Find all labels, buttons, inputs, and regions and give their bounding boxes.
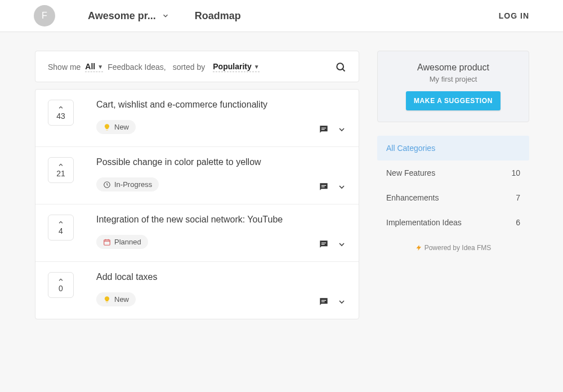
powered-by-text: Powered by Idea FMS bbox=[425, 244, 491, 252]
status-pill: New bbox=[96, 292, 136, 306]
category-count: 7 bbox=[516, 193, 520, 202]
filter-show-label: Show me bbox=[48, 63, 81, 72]
app-header: F Awesome pr... Roadmap LOG IN bbox=[0, 0, 563, 32]
idea-title[interactable]: Cart, wishlist and e-commerce functional… bbox=[96, 100, 346, 110]
idea-actions bbox=[318, 239, 346, 250]
category-label: Implementation Ideas bbox=[386, 218, 462, 227]
idea-title[interactable]: Integration of the new social network: Y… bbox=[96, 215, 346, 225]
status-icon bbox=[103, 238, 111, 246]
category-item[interactable]: Enhancements 7 bbox=[377, 185, 529, 210]
chevron-down-icon bbox=[162, 12, 169, 20]
idea-row: 21 Possible change in color palette to y… bbox=[35, 147, 359, 204]
nav-roadmap[interactable]: Roadmap bbox=[195, 10, 241, 22]
bolt-icon bbox=[415, 244, 422, 251]
powered-by[interactable]: Powered by Idea FMS bbox=[377, 244, 529, 252]
vote-button[interactable]: 43 bbox=[48, 100, 74, 126]
idea-row: 0 Add local taxes New bbox=[35, 262, 359, 319]
search-icon[interactable] bbox=[335, 61, 346, 73]
idea-actions bbox=[318, 124, 346, 135]
comment-icon[interactable] bbox=[318, 181, 329, 193]
svg-rect-5 bbox=[321, 185, 326, 186]
expand-chevron-icon[interactable] bbox=[337, 297, 346, 306]
idea-row: 4 Integration of the new social network:… bbox=[35, 204, 359, 262]
vote-count: 43 bbox=[56, 112, 65, 121]
category-label: New Features bbox=[386, 168, 435, 177]
vote-button[interactable]: 4 bbox=[48, 215, 74, 240]
idea-body: Integration of the new social network: Y… bbox=[96, 215, 346, 249]
category-item[interactable]: New Features 10 bbox=[377, 161, 529, 185]
svg-rect-3 bbox=[321, 129, 325, 130]
status-icon bbox=[103, 296, 111, 304]
svg-rect-2 bbox=[321, 128, 326, 128]
filter-middle-text: Feedback Ideas, bbox=[108, 63, 166, 72]
avatar-initial: F bbox=[42, 11, 47, 21]
filter-sort-value: Popularity bbox=[213, 62, 251, 71]
filter-sort-label: sorted by bbox=[173, 63, 205, 72]
chevron-up-icon bbox=[57, 220, 64, 225]
make-suggestion-button[interactable]: MAKE A SUGGESTION bbox=[406, 91, 501, 110]
chevron-up-icon bbox=[57, 277, 64, 283]
svg-rect-14 bbox=[321, 301, 325, 302]
vote-count: 4 bbox=[59, 226, 63, 235]
status-label: New bbox=[114, 295, 129, 304]
category-item[interactable]: All Categories bbox=[377, 136, 529, 161]
category-label: All Categories bbox=[386, 144, 435, 153]
comment-icon[interactable] bbox=[318, 124, 329, 135]
expand-chevron-icon[interactable] bbox=[337, 240, 346, 249]
filter-sort-dropdown[interactable]: Popularity ▼ bbox=[213, 62, 259, 72]
filter-type-dropdown[interactable]: All ▼ bbox=[85, 62, 103, 72]
avatar[interactable]: F bbox=[34, 5, 55, 26]
category-count: 6 bbox=[516, 218, 520, 227]
chevron-up-icon bbox=[57, 162, 64, 168]
status-pill: Planned bbox=[96, 235, 148, 249]
idea-row: 43 Cart, wishlist and e-commerce functio… bbox=[35, 90, 359, 147]
idea-actions bbox=[318, 181, 346, 193]
category-list: All Categories New Features 10 Enhanceme… bbox=[377, 136, 529, 235]
status-pill: New bbox=[96, 120, 136, 134]
idea-body: Add local taxes New bbox=[96, 272, 346, 306]
comment-icon[interactable] bbox=[318, 296, 329, 308]
vote-count: 0 bbox=[59, 284, 63, 293]
project-switcher[interactable]: Awesome pr... bbox=[88, 10, 169, 22]
caret-down-icon: ▼ bbox=[97, 64, 103, 70]
svg-rect-12 bbox=[321, 244, 325, 244]
idea-body: Cart, wishlist and e-commerce functional… bbox=[96, 100, 346, 134]
vote-count: 21 bbox=[56, 169, 65, 178]
svg-rect-13 bbox=[321, 300, 326, 301]
vote-button[interactable]: 21 bbox=[48, 157, 74, 183]
project-switcher-label: Awesome pr... bbox=[88, 10, 156, 22]
expand-chevron-icon[interactable] bbox=[337, 125, 346, 134]
sidebar: Awesome product My first project MAKE A … bbox=[377, 51, 529, 319]
filter-bar: Show me All ▼ Feedback Ideas, sorted by … bbox=[35, 51, 359, 82]
idea-list: 43 Cart, wishlist and e-commerce functio… bbox=[35, 89, 359, 319]
login-button[interactable]: LOG IN bbox=[499, 11, 529, 20]
main-column: Show me All ▼ Feedback Ideas, sorted by … bbox=[35, 51, 359, 319]
idea-title[interactable]: Add local taxes bbox=[96, 272, 346, 282]
chevron-up-icon bbox=[57, 105, 64, 110]
category-label: Enhancements bbox=[386, 193, 439, 202]
idea-title[interactable]: Possible change in color palette to yell… bbox=[96, 157, 346, 167]
caret-down-icon: ▼ bbox=[254, 64, 260, 70]
svg-line-1 bbox=[342, 69, 345, 71]
svg-rect-6 bbox=[321, 186, 325, 187]
nav-roadmap-label: Roadmap bbox=[195, 10, 241, 22]
idea-body: Possible change in color palette to yell… bbox=[96, 157, 346, 191]
status-label: Planned bbox=[114, 238, 141, 246]
content-area: Show me All ▼ Feedback Ideas, sorted by … bbox=[0, 32, 563, 319]
comment-icon[interactable] bbox=[318, 239, 329, 250]
category-item[interactable]: Implementation Ideas 6 bbox=[377, 210, 529, 235]
status-label: New bbox=[114, 123, 129, 131]
filter-type-value: All bbox=[85, 62, 95, 71]
project-name: Awesome product bbox=[387, 63, 520, 73]
vote-button[interactable]: 0 bbox=[48, 272, 74, 298]
svg-rect-11 bbox=[321, 243, 326, 243]
project-tagline: My first project bbox=[387, 75, 520, 83]
expand-chevron-icon[interactable] bbox=[337, 182, 346, 191]
status-label: In-Progress bbox=[114, 180, 152, 189]
status-icon bbox=[103, 123, 111, 131]
project-card: Awesome product My first project MAKE A … bbox=[377, 51, 529, 122]
category-count: 10 bbox=[511, 168, 520, 177]
svg-rect-7 bbox=[104, 239, 110, 244]
svg-point-0 bbox=[337, 63, 343, 70]
status-icon bbox=[103, 181, 111, 189]
